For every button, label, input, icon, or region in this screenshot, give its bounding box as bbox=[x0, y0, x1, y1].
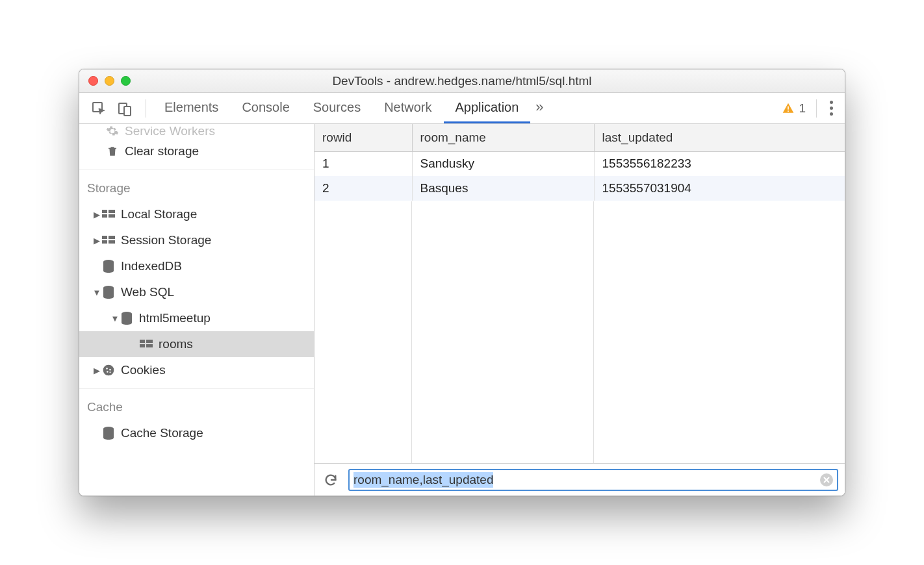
sidebar-item-service-workers[interactable]: Service Workers bbox=[79, 124, 314, 138]
cell-last-updated: 1553556182233 bbox=[594, 151, 845, 176]
svg-rect-10 bbox=[109, 236, 115, 239]
sidebar-item-label: Cache Storage bbox=[121, 426, 203, 440]
svg-rect-9 bbox=[102, 236, 107, 239]
chevron-right-icon: ▶ bbox=[92, 366, 101, 375]
grid-icon bbox=[101, 207, 116, 221]
query-footer: room_name,last_updated bbox=[314, 463, 845, 496]
sidebar-item-cookies[interactable]: ▶ Cookies bbox=[79, 357, 314, 383]
cell-last-updated: 1553557031904 bbox=[594, 176, 845, 201]
cookie-icon bbox=[101, 363, 116, 377]
sidebar-item-label: Session Storage bbox=[121, 233, 211, 247]
grid-icon bbox=[101, 233, 116, 247]
titlebar: DevTools - andrew.hedges.name/html5/sql.… bbox=[79, 69, 845, 93]
devtools-body: Service Workers Clear storage Storage ▶ … bbox=[79, 124, 845, 496]
devtools-window: DevTools - andrew.hedges.name/html5/sql.… bbox=[79, 69, 845, 496]
table-empty-area bbox=[314, 201, 845, 463]
cell-room-name: Basques bbox=[412, 176, 594, 201]
svg-rect-7 bbox=[102, 214, 107, 218]
traffic-lights bbox=[79, 76, 131, 86]
svg-rect-18 bbox=[140, 344, 145, 347]
tabs-overflow[interactable]: » bbox=[530, 93, 548, 123]
database-icon bbox=[101, 259, 116, 273]
devtools-tabbar: Elements Console Sources Network Applica… bbox=[79, 93, 845, 124]
sidebar-heading-cache: Cache bbox=[79, 394, 314, 420]
svg-rect-4 bbox=[788, 110, 789, 112]
data-table-area: rowid room_name last_updated 1 Sandusky … bbox=[314, 124, 845, 463]
table-row[interactable]: 1 Sandusky 1553556182233 bbox=[314, 151, 845, 176]
database-icon bbox=[101, 426, 116, 440]
table-header-row: rowid room_name last_updated bbox=[314, 124, 845, 151]
inspect-element-icon[interactable] bbox=[91, 101, 107, 116]
query-input[interactable]: room_name,last_updated bbox=[353, 472, 493, 488]
warning-icon bbox=[782, 102, 795, 115]
svg-rect-2 bbox=[124, 107, 131, 116]
sidebar-item-label: IndexedDB bbox=[121, 259, 182, 273]
table-row[interactable]: 2 Basques 1553557031904 bbox=[314, 176, 845, 201]
sidebar-item-label: Web SQL bbox=[121, 285, 174, 299]
svg-rect-12 bbox=[109, 240, 115, 244]
tab-elements[interactable]: Elements bbox=[153, 93, 230, 123]
chevron-down-icon: ▼ bbox=[110, 314, 120, 323]
sidebar-item-session-storage[interactable]: ▶ Session Storage bbox=[79, 227, 314, 253]
query-input-wrap: room_name,last_updated bbox=[348, 469, 838, 491]
svg-point-23 bbox=[107, 371, 109, 373]
database-icon bbox=[120, 311, 134, 325]
svg-rect-16 bbox=[140, 340, 145, 343]
sidebar-item-label: Service Workers bbox=[125, 124, 215, 138]
tab-application[interactable]: Application bbox=[444, 93, 531, 123]
svg-point-21 bbox=[106, 368, 108, 370]
sidebar-item-cache-storage[interactable]: Cache Storage bbox=[79, 420, 314, 446]
close-window-button[interactable] bbox=[88, 76, 98, 86]
divider bbox=[816, 99, 817, 118]
warnings-badge[interactable]: 1 bbox=[782, 101, 810, 116]
clear-input-button[interactable] bbox=[820, 473, 833, 486]
svg-rect-8 bbox=[109, 214, 115, 218]
sidebar-heading-storage: Storage bbox=[79, 175, 314, 201]
sidebar-item-clear-storage[interactable]: Clear storage bbox=[79, 138, 314, 164]
main-content: rowid room_name last_updated 1 Sandusky … bbox=[314, 124, 845, 496]
application-sidebar: Service Workers Clear storage Storage ▶ … bbox=[79, 124, 314, 496]
svg-rect-17 bbox=[146, 340, 153, 343]
sidebar-item-label: rooms bbox=[159, 337, 193, 351]
sidebar-item-label: html5meetup bbox=[139, 311, 211, 325]
sidebar-item-label: Local Storage bbox=[121, 207, 197, 221]
tab-console[interactable]: Console bbox=[230, 93, 301, 123]
data-table: rowid room_name last_updated 1 Sandusky … bbox=[314, 124, 845, 201]
sidebar-item-web-sql[interactable]: ▼ Web SQL bbox=[79, 279, 314, 305]
sidebar-item-local-storage[interactable]: ▶ Local Storage bbox=[79, 201, 314, 227]
sidebar-item-label: Cookies bbox=[121, 363, 166, 377]
svg-rect-19 bbox=[146, 344, 153, 347]
svg-rect-6 bbox=[109, 210, 115, 213]
column-header-room-name[interactable]: room_name bbox=[412, 124, 594, 151]
zoom-window-button[interactable] bbox=[121, 76, 131, 86]
grid-icon bbox=[139, 337, 153, 351]
refresh-button[interactable] bbox=[321, 470, 340, 490]
cell-room-name: Sandusky bbox=[412, 151, 594, 176]
database-icon bbox=[101, 285, 116, 299]
sidebar-item-label: Clear storage bbox=[125, 144, 199, 158]
svg-point-20 bbox=[103, 365, 114, 376]
sidebar-item-table-rooms[interactable]: rooms bbox=[79, 331, 314, 357]
warnings-count: 1 bbox=[799, 101, 806, 116]
gear-icon bbox=[105, 124, 120, 138]
chevron-down-icon: ▼ bbox=[92, 288, 101, 297]
devtools-menu-button[interactable] bbox=[823, 101, 840, 116]
svg-rect-3 bbox=[788, 106, 789, 109]
device-toolbar-icon[interactable] bbox=[117, 101, 133, 116]
svg-point-24 bbox=[110, 371, 111, 373]
tab-sources[interactable]: Sources bbox=[302, 93, 372, 123]
cell-rowid: 2 bbox=[314, 176, 412, 201]
window-title: DevTools - andrew.hedges.name/html5/sql.… bbox=[79, 74, 845, 88]
tab-network[interactable]: Network bbox=[372, 93, 443, 123]
column-header-last-updated[interactable]: last_updated bbox=[594, 124, 845, 151]
sidebar-item-database-html5meetup[interactable]: ▼ html5meetup bbox=[79, 305, 314, 331]
column-header-rowid[interactable]: rowid bbox=[314, 124, 412, 151]
sidebar-item-indexeddb[interactable]: IndexedDB bbox=[79, 253, 314, 279]
svg-rect-5 bbox=[102, 210, 107, 213]
svg-point-22 bbox=[109, 369, 111, 371]
trash-icon bbox=[105, 144, 120, 158]
svg-rect-11 bbox=[102, 240, 107, 244]
divider bbox=[146, 99, 146, 118]
chevron-right-icon: ▶ bbox=[92, 236, 101, 245]
minimize-window-button[interactable] bbox=[105, 76, 114, 86]
